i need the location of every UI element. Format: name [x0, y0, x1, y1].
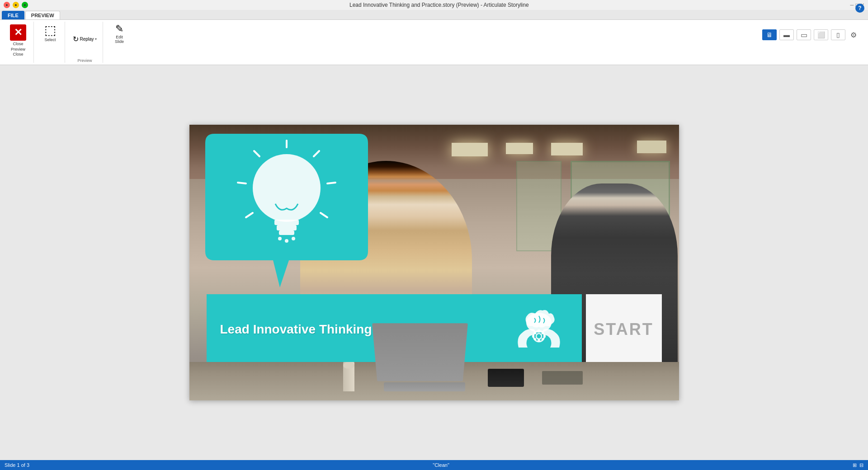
- window-min-btn[interactable]: ●: [13, 2, 19, 8]
- ribbon-tabs: FILE PREVIEW: [0, 10, 868, 20]
- statusbar: Slide 1 of 3 "Clean" ⊞ ⊟: [0, 460, 868, 470]
- edit-slide-label: EditSlide: [115, 35, 124, 44]
- svg-line-8: [238, 183, 246, 183]
- svg-point-11: [278, 237, 282, 240]
- edit-slide-icon: ✎: [115, 24, 123, 34]
- tab-file[interactable]: FILE: [2, 11, 24, 19]
- laptop-view-btn[interactable]: ⬜: [814, 29, 828, 40]
- ceiling-light-1: [452, 143, 488, 156]
- svg-rect-17: [538, 329, 540, 332]
- main-area: Lead Innovative Thinking and Practice: [0, 65, 868, 460]
- desktop-view-btn[interactable]: 🖥: [762, 29, 777, 40]
- svg-point-12: [285, 239, 288, 243]
- select-label: Select: [44, 38, 56, 42]
- tablet-view-btn[interactable]: ▭: [797, 29, 811, 40]
- wide-view-btn[interactable]: ▬: [779, 29, 794, 40]
- bubble-svg: [205, 134, 368, 301]
- win-minimize-icon[interactable]: ─: [850, 2, 854, 8]
- title-bar: ● ● ● Lead Innovative Thinking and Pract…: [0, 0, 868, 10]
- view-controls: 🖥 ▬ ▭ ⬜ ▯ ⚙: [762, 29, 859, 40]
- window-max-btn[interactable]: ●: [22, 2, 28, 8]
- laptop-keyboard: [384, 382, 465, 391]
- ribbon-group-select: ⬚ Select: [36, 22, 65, 63]
- svg-rect-20: [543, 335, 546, 338]
- svg-rect-18: [538, 339, 540, 342]
- svg-point-13: [292, 237, 295, 240]
- svg-line-6: [327, 183, 335, 183]
- help-button[interactable]: ?: [855, 4, 864, 13]
- ceiling-light-3: [551, 143, 583, 155]
- smartphone: [488, 369, 524, 387]
- svg-rect-2: [277, 225, 297, 230]
- theme-info: "Clean": [433, 462, 449, 468]
- grid-icon-2: ⊟: [859, 462, 863, 468]
- view-settings-gear-icon[interactable]: ⚙: [848, 29, 859, 40]
- replay-icon: ↻: [73, 35, 79, 43]
- close-preview-label: Close Preview Close: [11, 42, 25, 57]
- slide-preview: Lead Innovative Thinking and Practice: [189, 125, 679, 400]
- tablet-device: [542, 371, 583, 385]
- laptop-screen: [372, 323, 468, 381]
- select-icon: ⬚: [44, 24, 56, 37]
- cup-lid: [343, 362, 354, 369]
- ceiling-light-4: [637, 141, 666, 153]
- replay-dropdown-icon: ▾: [95, 37, 97, 41]
- svg-rect-3: [279, 230, 294, 235]
- start-button[interactable]: START: [586, 294, 662, 364]
- grid-icon-1: ⊞: [853, 462, 857, 468]
- select-button[interactable]: ⬚ Select: [39, 22, 61, 44]
- svg-rect-19: [532, 335, 534, 338]
- ceiling-light-2: [506, 143, 533, 154]
- preview-group-label: Preview: [77, 56, 92, 63]
- ribbon-group-edit: ✎ EditSlide: [105, 22, 134, 63]
- mobile-view-btn[interactable]: ▯: [831, 29, 845, 40]
- svg-point-0: [253, 154, 321, 222]
- tab-preview[interactable]: PREVIEW: [25, 11, 60, 19]
- replay-label: Replay: [80, 37, 94, 42]
- brain-gear-icon: [512, 302, 566, 357]
- ribbon-group-close: ✕ Close Preview Close: [3, 22, 34, 63]
- svg-point-16: [536, 334, 542, 339]
- close-preview-button[interactable]: ✕ Close Preview Close: [6, 22, 30, 60]
- speech-bubble: [205, 134, 363, 296]
- ribbon: ✕ Close Preview Close ⬚ Select ↻ Replay …: [0, 20, 868, 65]
- slide-info: Slide 1 of 3: [5, 462, 29, 468]
- status-right: ⊞ ⊟: [853, 462, 863, 468]
- window-title: Lead Innovative Thinking and Practice.st…: [28, 2, 850, 8]
- ribbon-group-preview: ↻ Replay ▾ Preview: [67, 22, 103, 63]
- start-label: START: [594, 320, 653, 339]
- brain-icon-area: [509, 302, 568, 357]
- close-x-icon: ✕: [10, 24, 26, 41]
- replay-button[interactable]: ↻ Replay ▾: [71, 33, 99, 45]
- svg-rect-1: [274, 220, 299, 225]
- window-close-btn[interactable]: ●: [4, 2, 10, 8]
- edit-slide-button[interactable]: ✎ EditSlide: [108, 22, 130, 46]
